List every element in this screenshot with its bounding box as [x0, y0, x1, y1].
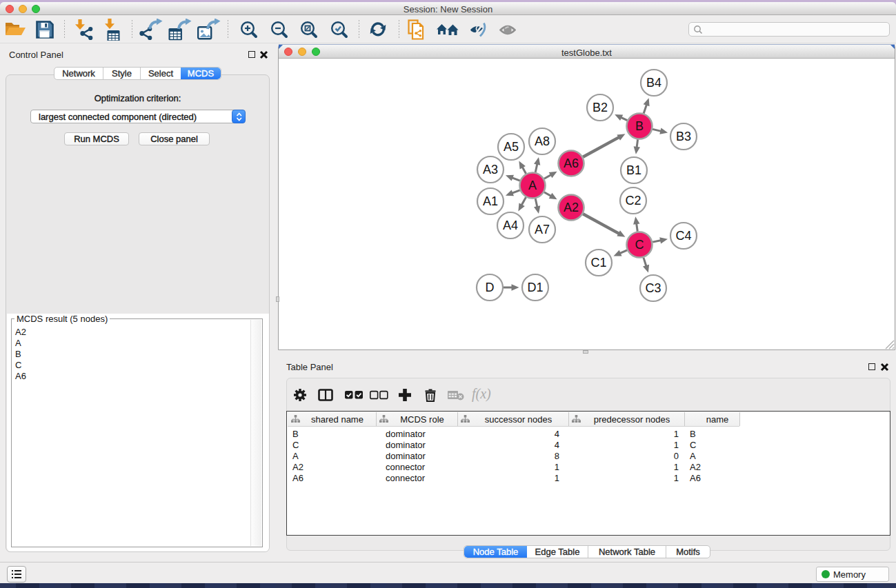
svg-text:B: B — [635, 119, 644, 133]
svg-text:A1: A1 — [483, 194, 498, 208]
svg-text:C1: C1 — [590, 256, 606, 270]
svg-text:A2: A2 — [564, 201, 579, 214]
svg-text:A4: A4 — [503, 219, 518, 232]
svg-text:B1: B1 — [626, 163, 641, 177]
svg-text:A7: A7 — [535, 223, 550, 236]
svg-text:B3: B3 — [676, 130, 691, 143]
svg-text:A3: A3 — [483, 163, 498, 176]
svg-text:A6: A6 — [564, 156, 579, 170]
svg-text:C2: C2 — [625, 194, 641, 207]
svg-text:A: A — [528, 179, 537, 192]
svg-text:B4: B4 — [646, 76, 661, 90]
svg-text:D1: D1 — [527, 281, 543, 294]
svg-text:C3: C3 — [645, 281, 661, 295]
svg-text:A8: A8 — [535, 134, 550, 148]
svg-text:A5: A5 — [504, 140, 519, 154]
svg-text:C4: C4 — [675, 229, 691, 243]
svg-text:D: D — [486, 281, 495, 294]
svg-text:B2: B2 — [593, 101, 608, 114]
svg-text:C: C — [635, 238, 644, 252]
